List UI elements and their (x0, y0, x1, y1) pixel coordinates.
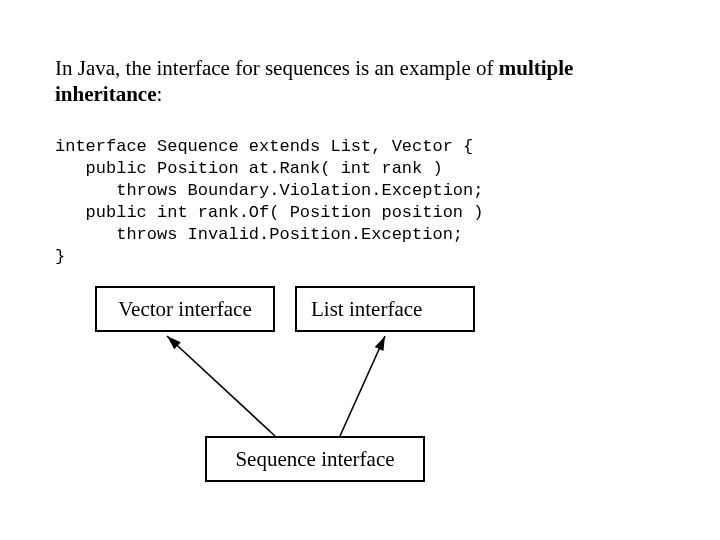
list-interface-box: List interface (295, 286, 475, 332)
code-line-4: public int rank.Of( Position position ) (55, 203, 483, 222)
list-interface-label: List interface (311, 297, 422, 322)
code-line-5: throws Invalid.Position.Exception; (55, 225, 463, 244)
code-block: interface Sequence extends List, Vector … (55, 136, 670, 269)
sequence-interface-label: Sequence interface (235, 447, 394, 472)
svg-line-1 (340, 336, 385, 436)
intro-prefix: In Java, the interface for sequences is … (55, 56, 499, 80)
vector-interface-box: Vector interface (95, 286, 275, 332)
code-line-3: throws Boundary.Violation.Exception; (55, 181, 483, 200)
svg-line-0 (167, 336, 275, 436)
code-line-2: public Position at.Rank( int rank ) (55, 159, 443, 178)
intro-paragraph: In Java, the interface for sequences is … (55, 55, 670, 108)
sequence-interface-box: Sequence interface (205, 436, 425, 482)
code-line-6: } (55, 247, 65, 266)
inheritance-diagram: Vector interface List interface Sequence… (85, 286, 605, 516)
intro-suffix: : (156, 82, 162, 106)
code-line-1: interface Sequence extends List, Vector … (55, 137, 473, 156)
vector-interface-label: Vector interface (118, 297, 252, 322)
